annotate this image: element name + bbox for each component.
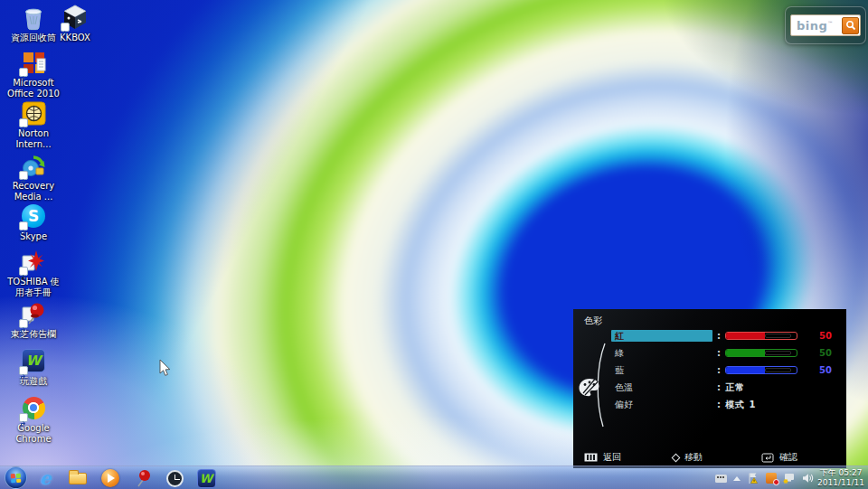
color-temp-label: 色溫 [611,381,712,394]
recovery-media-icon [20,152,47,179]
clock-date: 2011/11/11 [817,478,864,488]
enter-button-icon [761,453,774,463]
green-value: 50 [797,348,837,358]
bing-logo: bing™ [797,19,842,33]
osd-row-blue[interactable]: 藍 : 50 [611,362,837,379]
desktop-icon-toshiba-manual[interactable]: TOSHIBA 使用者手冊 [4,248,63,298]
desktop-icon-recovery-media[interactable]: Recovery Media ... [4,152,63,202]
colon: : [712,331,725,341]
shortcut-arrow-icon [19,118,28,127]
shortcut-arrow-icon [61,23,70,32]
taskbar-media-player[interactable] [99,467,121,489]
windows-flag-icon [11,473,22,483]
notification-badge-icon[interactable] [766,473,777,484]
taskbar-clock-app[interactable] [164,467,185,489]
colon: : [712,365,725,375]
osd-row-green[interactable]: 綠 : 50 [611,344,837,362]
preference-value: 模式 1 [725,399,837,411]
icon-label: TOSHIBA 使用者手冊 [4,277,63,298]
desktop-icon-google-chrome[interactable]: Google Chrome [4,394,63,445]
taskbar-windows-explorer[interactable] [67,467,89,489]
green-slider[interactable] [725,349,797,357]
blue-slider[interactable] [725,366,797,374]
wildtangent-games-icon: W [20,347,47,374]
blue-value: 50 [797,365,837,375]
desktop-icon-play-games[interactable]: W 玩遊戲 [4,347,63,387]
icon-label: Google Chrome [4,423,63,445]
recycle-bin-icon [20,4,47,31]
norton-icon [20,99,47,127]
green-label: 綠 [611,347,712,360]
folder-icon [69,473,87,484]
action-center-flag-icon[interactable] [747,472,760,484]
osd-move-control[interactable]: 移動 [673,451,703,464]
taskbar-clock[interactable]: 下午 05:27 2011/11/11 [816,466,866,489]
ie-icon: e [40,469,52,487]
desktop-icon-skype[interactable]: S Skype [4,202,63,242]
icon-label: Microsoft Office 2010 [4,78,63,99]
network-status-icon[interactable] [783,473,796,484]
pushpin-icon [135,469,151,487]
clock-time: 下午 05:27 [820,468,863,478]
colon: : [712,348,725,358]
shortcut-arrow-icon [19,267,28,276]
palette-icon [577,376,602,401]
shortcut-arrow-icon [19,319,28,328]
back-label: 返回 [603,451,621,464]
red-value: 50 [797,331,837,341]
skype-icon: S [20,202,47,230]
monitor-osd-panel: 色彩 紅 : 50 綠 : 50 [573,309,846,468]
shortcut-arrow-icon [19,221,28,230]
osd-confirm-control[interactable]: 確認 [761,451,797,464]
search-button[interactable] [842,17,859,34]
osd-row-red[interactable]: 紅 : 50 [611,327,837,344]
start-button[interactable] [5,466,27,489]
kkbox-icon [61,4,89,31]
confirm-label: 確認 [779,451,797,464]
input-method-icon[interactable] [715,475,727,483]
osd-footer: 返回 移動 確認 [573,451,846,464]
search-input[interactable]: bing™ [790,14,861,36]
toshiba-manual-icon [20,248,47,275]
trademark-symbol: ™ [827,19,834,25]
icon-label: Norton Intern... [4,128,63,150]
pushpin-icon [20,300,47,327]
volume-icon[interactable] [802,473,814,484]
red-label: 紅 [611,330,712,342]
preference-label: 偏好 [611,399,712,411]
osd-title: 色彩 [584,315,602,327]
wildtangent-icon: W [197,469,216,488]
desktop-icon-microsoft-office[interactable]: Microsoft Office 2010 [4,49,63,99]
chrome-icon [20,394,47,421]
desktop-icon-norton[interactable]: Norton Intern... [4,99,63,150]
bing-search-gadget: bing™ [785,6,866,44]
osd-menu-rows: 紅 : 50 綠 : 50 藍 : 50 色溫 : 正常 [611,327,837,413]
colon: : [712,400,725,409]
desktop-screen: 資源回收筒 KKBOX [0,0,868,489]
desktop-icon-toshiba-bulletin[interactable]: 東芝佈告欄 [4,300,63,340]
osd-row-preference[interactable]: 偏好 : 模式 1 [611,396,837,413]
shortcut-arrow-icon [19,366,28,375]
clock-app-icon [166,470,184,487]
taskbar-bulletin-board[interactable] [132,467,154,489]
office-icon [20,49,47,76]
shortcut-arrow-icon [19,68,28,77]
menu-button-icon [584,453,598,462]
diamond-icon [672,453,681,462]
magnifier-icon [845,20,856,31]
media-player-icon [101,469,119,487]
colon: : [712,382,725,392]
color-temp-value: 正常 [725,381,837,394]
taskbar-internet-explorer[interactable]: e [34,467,56,489]
icon-label: 東芝佈告欄 [11,329,56,340]
osd-back-control[interactable]: 返回 [584,451,621,464]
taskbar: e W [0,465,868,489]
shortcut-arrow-icon [19,413,28,422]
red-slider[interactable] [725,332,797,340]
osd-row-color-temp[interactable]: 色溫 : 正常 [611,379,837,396]
desktop-icon-kkbox[interactable]: KKBOX [45,4,105,43]
blue-label: 藍 [611,364,712,377]
shortcut-arrow-icon [19,171,28,180]
taskbar-games-app[interactable]: W [195,467,217,489]
show-hidden-icons-button[interactable] [733,476,741,481]
